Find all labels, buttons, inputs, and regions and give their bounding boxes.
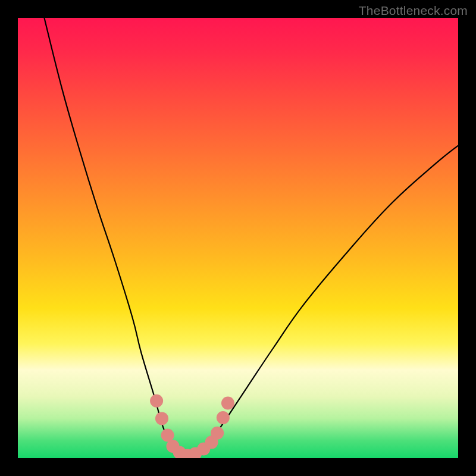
plot-area	[18, 18, 458, 458]
bottleneck-curve	[44, 18, 458, 456]
watermark-label: TheBottleneck.com	[359, 4, 468, 18]
highlight-dot	[221, 397, 234, 410]
highlight-dot	[211, 427, 224, 440]
highlight-dot	[217, 411, 230, 424]
highlight-dot	[150, 394, 163, 408]
highlight-dot	[155, 412, 168, 425]
chart-svg	[18, 18, 458, 458]
chart-frame: TheBottleneck.com	[0, 0, 476, 476]
